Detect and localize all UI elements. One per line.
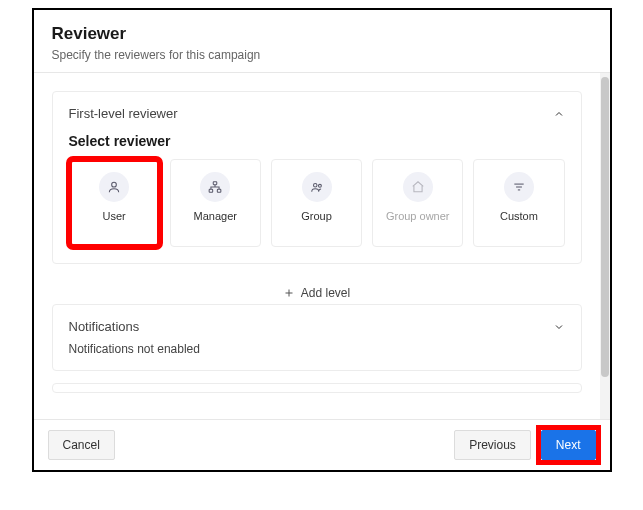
reviewer-option-manager[interactable]: Manager (170, 159, 261, 247)
notifications-status: Notifications not enabled (53, 340, 581, 370)
option-label: User (102, 210, 125, 223)
dialog-footer: Cancel Previous Next (34, 419, 610, 470)
reviewer-option-group-owner[interactable]: Group owner (372, 159, 463, 247)
reviewer-option-user[interactable]: User (69, 159, 160, 247)
next-button-highlight: Next (541, 430, 596, 460)
svg-point-0 (112, 182, 117, 187)
footer-right-buttons: Previous Next (454, 430, 595, 460)
reviewer-dialog: Reviewer Specify the reviewers for this … (32, 8, 612, 472)
home-icon (403, 172, 433, 202)
first-level-header[interactable]: First-level reviewer (53, 92, 581, 129)
plus-icon (283, 287, 295, 299)
notifications-title: Notifications (69, 319, 140, 334)
first-level-panel: First-level reviewer Select reviewer Use… (52, 91, 582, 264)
page-title: Reviewer (52, 24, 592, 44)
svg-point-5 (318, 184, 321, 187)
next-button[interactable]: Next (541, 430, 596, 460)
svg-rect-2 (209, 189, 213, 192)
svg-rect-1 (214, 182, 218, 185)
add-level-button[interactable]: Add level (52, 276, 582, 304)
add-level-label: Add level (301, 286, 350, 300)
chevron-down-icon (553, 321, 565, 333)
svg-point-4 (313, 184, 317, 188)
first-level-title: First-level reviewer (69, 106, 178, 121)
previous-button[interactable]: Previous (454, 430, 531, 460)
vertical-scrollbar[interactable] (600, 73, 610, 419)
reviewer-options: User Manager Group (53, 159, 581, 263)
reviewer-option-custom[interactable]: Custom (473, 159, 564, 247)
chevron-up-icon (553, 108, 565, 120)
reviewer-option-group[interactable]: Group (271, 159, 362, 247)
notifications-header[interactable]: Notifications (53, 305, 581, 340)
dialog-body: First-level reviewer Select reviewer Use… (34, 73, 600, 419)
select-reviewer-heading: Select reviewer (53, 129, 581, 159)
option-label: Group (301, 210, 332, 223)
option-label: Manager (194, 210, 237, 223)
cancel-button[interactable]: Cancel (48, 430, 115, 460)
option-label: Group owner (386, 210, 450, 223)
group-icon (302, 172, 332, 202)
dialog-body-wrap: First-level reviewer Select reviewer Use… (34, 73, 610, 419)
next-panel-peek (52, 383, 582, 393)
user-icon (99, 172, 129, 202)
svg-rect-3 (218, 189, 222, 192)
notifications-panel: Notifications Notifications not enabled (52, 304, 582, 371)
scrollbar-thumb[interactable] (601, 77, 609, 377)
hierarchy-icon (200, 172, 230, 202)
page-subtitle: Specify the reviewers for this campaign (52, 48, 592, 62)
filter-icon (504, 172, 534, 202)
option-label: Custom (500, 210, 538, 223)
dialog-header: Reviewer Specify the reviewers for this … (34, 10, 610, 73)
